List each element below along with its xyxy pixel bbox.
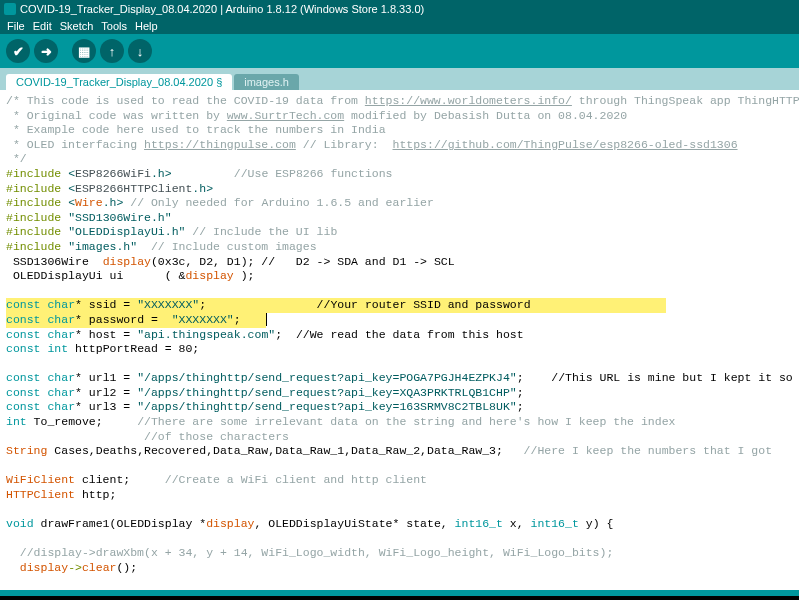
code-line: const char* url2 = "/apps/thinghttp/send… [6, 386, 524, 399]
upload-button[interactable]: ➜ [34, 39, 58, 63]
code-line: const int httpPortRead = 80; [6, 342, 199, 355]
comment: * Example code here used to track the nu… [6, 123, 386, 136]
tab-images[interactable]: images.h [234, 74, 299, 90]
menu-edit[interactable]: Edit [30, 18, 55, 34]
menu-help[interactable]: Help [132, 18, 161, 34]
new-icon: ▦ [78, 44, 90, 59]
code-line: SSD1306Wire display(0x3c, D2, D1); // D2… [6, 255, 455, 268]
tab-main[interactable]: COVID-19_Tracker_Display_08.04.2020 § [6, 74, 232, 90]
code-line: #include "images.h" // Include custom im… [6, 240, 317, 253]
new-button[interactable]: ▦ [72, 39, 96, 63]
comment: /* This code is used to read the COVID-1… [6, 94, 799, 107]
highlighted-line: const char* password = "XXXXXXX"; [6, 313, 266, 328]
code-line: #include "SSD1306Wire.h" [6, 211, 172, 224]
code-line: const char* url1 = "/apps/thinghttp/send… [6, 371, 799, 384]
code-line: #include <ESP8266HTTPClient.h> [6, 182, 213, 195]
code-line: HTTPClient http; [6, 488, 116, 501]
comment: //display->drawXbm(x + 34, y + 14, WiFi_… [6, 546, 613, 559]
menu-file[interactable]: File [4, 18, 28, 34]
code-line: const char* url3 = "/apps/thinghttp/send… [6, 400, 524, 413]
check-icon: ✔ [13, 44, 24, 59]
code-line: display->clear(); [6, 561, 137, 574]
code-line: OLEDDisplayUi ui ( &display ); [6, 269, 254, 282]
code-line: WiFiClient client; //Create a WiFi clien… [6, 473, 427, 486]
open-icon: ↑ [109, 44, 116, 59]
menu-bar: File Edit Sketch Tools Help [0, 18, 799, 34]
app-icon [4, 3, 16, 15]
tab-row: COVID-19_Tracker_Display_08.04.2020 § im… [0, 68, 799, 90]
window-title: COVID-19_Tracker_Display_08.04.2020 | Ar… [20, 0, 424, 18]
code-line: const char* host = "api.thingspeak.com";… [6, 328, 524, 341]
toolbar: ✔ ➜ ▦ ↑ ↓ [0, 34, 799, 68]
comment: */ [6, 152, 27, 165]
save-button[interactable]: ↓ [128, 39, 152, 63]
arrow-right-icon: ➜ [41, 44, 52, 59]
link-thingpulse[interactable]: https://thingpulse.com [144, 138, 296, 151]
window-titlebar: COVID-19_Tracker_Display_08.04.2020 | Ar… [0, 0, 799, 18]
link-worldometers[interactable]: https://www.worldometers.info/ [365, 94, 572, 107]
comment: * OLED interfacing https://thingpulse.co… [6, 138, 738, 151]
verify-button[interactable]: ✔ [6, 39, 30, 63]
menu-tools[interactable]: Tools [98, 18, 130, 34]
code-line: int To_remove; //There are some irreleva… [6, 415, 675, 428]
menu-sketch[interactable]: Sketch [57, 18, 97, 34]
code-line: #include <Wire.h> // Only needed for Ard… [6, 196, 434, 209]
open-button[interactable]: ↑ [100, 39, 124, 63]
save-icon: ↓ [137, 44, 144, 59]
code-line: String Cases,Deaths,Recovered,Data_Raw,D… [6, 444, 772, 457]
link-surtrtech[interactable]: www.SurtrTech.com [227, 109, 344, 122]
highlighted-line: const char* ssid = "XXXXXXX"; //Your rou… [6, 298, 666, 313]
code-line: void drawFrame1(OLEDDisplay *display, OL… [6, 517, 613, 530]
code-editor[interactable]: /* This code is used to read the COVID-1… [0, 90, 799, 590]
comment: * Original code was written by www.Surtr… [6, 109, 627, 122]
code-line: #include "OLEDDisplayUi.h" // Include th… [6, 225, 337, 238]
link-github[interactable]: https://github.com/ThingPulse/esp8266-ol… [392, 138, 737, 151]
console-area[interactable] [0, 596, 799, 600]
comment: //of those characters [6, 430, 289, 443]
code-line: #include <ESP8266WiFi.h> //Use ESP8266 f… [6, 167, 393, 180]
text-cursor [266, 313, 267, 326]
